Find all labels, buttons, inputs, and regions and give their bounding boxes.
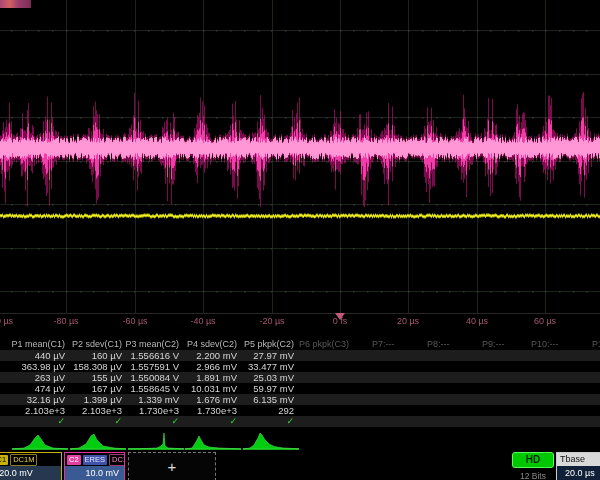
param-header-inactive[interactable]: P9:--- xyxy=(482,339,505,350)
add-trace-button[interactable]: + xyxy=(128,452,216,480)
measurement-histicon xyxy=(128,429,185,452)
time-axis-label: 20 µs xyxy=(397,316,419,326)
timebase-title: Tbase xyxy=(557,453,600,466)
param-value: 1.730e+3 xyxy=(125,405,182,416)
measurement-histicon xyxy=(70,429,127,452)
param-value: 1.730e+3 xyxy=(182,405,240,416)
param-stat-row: 474 µV167 µV1.558645 V10.031 mV59.97 mV xyxy=(0,383,600,394)
param-value: 167 µV xyxy=(68,383,125,394)
param-value: 155 µV xyxy=(68,372,125,383)
param-status-row: ✓✓✓✓✓ xyxy=(0,416,600,427)
param-value: 263 µV xyxy=(0,372,68,383)
param-value: 1.550084 V xyxy=(125,372,182,383)
time-axis-label: 40 µs xyxy=(466,316,488,326)
param-value: 158.308 µV xyxy=(68,361,125,372)
time-axis-label: -40 µs xyxy=(190,316,215,326)
plus-icon: + xyxy=(168,458,177,475)
status-ok-icon: ✓ xyxy=(182,416,240,427)
param-value: 2.103e+3 xyxy=(0,405,68,416)
measurement-table: P1 mean(C1)P2 sdev(C1)P3 mean(C2)P4 sdev… xyxy=(0,339,600,427)
waveform-canvas[interactable] xyxy=(0,0,600,334)
c1-coupling-badge: DC1M xyxy=(10,454,37,466)
status-ok-icon: ✓ xyxy=(240,416,297,427)
param-value: 2.200 mV xyxy=(182,350,240,361)
hd-badge: HD xyxy=(512,452,554,468)
param-value: 1.557591 V xyxy=(125,361,182,372)
param-header-inactive[interactable]: P7:--- xyxy=(372,339,395,350)
measurement-histicon xyxy=(243,429,300,452)
param-value: 1.891 mV xyxy=(182,372,240,383)
param-value: 32.16 µV xyxy=(0,394,68,405)
param-header[interactable]: P5 pkpk(C2) xyxy=(240,339,297,350)
param-stat-row: 440 µV160 µV1.556616 V2.200 mV27.97 mV xyxy=(0,350,600,361)
c2-eres-badge: ERES xyxy=(83,455,107,465)
param-value: 2.103e+3 xyxy=(68,405,125,416)
status-ok-icon: ✓ xyxy=(68,416,125,427)
param-value: 25.03 mV xyxy=(240,372,297,383)
param-value: 292 xyxy=(240,405,297,416)
param-header-inactive[interactable]: P6 pkpk(C3) xyxy=(299,339,349,350)
param-value: 2.966 mV xyxy=(182,361,240,372)
param-header-inactive[interactable]: P10:--- xyxy=(531,339,559,350)
param-value: 10.031 mV xyxy=(182,383,240,394)
param-stat-row: 32.16 µV1.399 µV1.339 mV1.676 mV6.135 mV xyxy=(0,394,600,405)
oscilloscope-screen: -100 µs-80 µs-60 µs-40 µs-20 µs0 fs20 µs… xyxy=(0,0,600,480)
param-stat-row: 2.103e+32.103e+31.730e+31.730e+3292 xyxy=(0,405,600,416)
trigger-position-marker[interactable] xyxy=(335,313,345,320)
param-value: 6.135 mV xyxy=(240,394,297,405)
timebase-per-div: 20.0 µs xyxy=(557,466,600,480)
param-value: 160 µV xyxy=(68,350,125,361)
c1-volts-per-div: 20.0 mV xyxy=(0,466,61,480)
time-axis-label: 60 µs xyxy=(534,316,556,326)
hd-mode-indicator[interactable]: HD 12 Bits xyxy=(512,452,554,480)
param-value: 474 µV xyxy=(0,383,68,394)
param-value: 1.339 mV xyxy=(125,394,182,405)
param-value: 33.477 mV xyxy=(240,361,297,372)
param-value: 59.97 mV xyxy=(240,383,297,394)
param-value: 1.556616 V xyxy=(125,350,182,361)
measurement-histicon xyxy=(185,429,242,452)
status-ok-icon: ✓ xyxy=(125,416,182,427)
time-axis-label: -60 µs xyxy=(122,316,147,326)
time-axis-label: -20 µs xyxy=(259,316,284,326)
param-value: 27.97 mV xyxy=(240,350,297,361)
param-value: 1.558645 V xyxy=(125,383,182,394)
bottom-toolbar: C1 DC1M 20.0 mV C2 ERES DC1M 10.0 mV + H… xyxy=(0,452,600,480)
param-value: 440 µV xyxy=(0,350,68,361)
c2-channel-badge: C2 xyxy=(67,455,81,465)
param-header-inactive[interactable]: P11:--- xyxy=(592,339,600,350)
param-value: 363.98 µV xyxy=(0,361,68,372)
hd-bits-label: 12 Bits xyxy=(512,471,554,480)
param-header[interactable]: P3 mean(C2) xyxy=(125,339,182,350)
param-stat-row: 363.98 µV158.308 µV1.557591 V2.966 mV33.… xyxy=(0,361,600,372)
channel-c2-descriptor[interactable]: C2 ERES DC1M 10.0 mV xyxy=(64,452,125,480)
time-axis-label: -80 µs xyxy=(53,316,78,326)
measurement-histicon xyxy=(12,429,69,452)
param-header-inactive[interactable]: P8:--- xyxy=(427,339,450,350)
param-value: 1.399 µV xyxy=(68,394,125,405)
param-value: 1.676 mV xyxy=(182,394,240,405)
c1-channel-badge: C1 xyxy=(0,455,8,465)
channel-c1-descriptor[interactable]: C1 DC1M 20.0 mV xyxy=(0,452,62,480)
param-header[interactable]: P1 mean(C1) xyxy=(0,339,68,350)
c2-volts-per-div: 10.0 mV xyxy=(65,466,124,480)
c2-coupling-badge: DC1M xyxy=(109,454,124,466)
waveform-area[interactable]: -100 µs-80 µs-60 µs-40 µs-20 µs0 fs20 µs… xyxy=(0,0,600,334)
time-axis-label: -100 µs xyxy=(0,316,13,326)
param-header[interactable]: P4 sdev(C2) xyxy=(182,339,240,350)
timebase-descriptor[interactable]: Tbase 20.0 µs xyxy=(556,452,600,480)
param-header[interactable]: P2 sdev(C1) xyxy=(68,339,125,350)
cropped-overlay-artifact xyxy=(0,0,31,8)
histicon-row xyxy=(0,429,600,452)
status-ok-icon: ✓ xyxy=(0,416,68,427)
param-stat-row: 263 µV155 µV1.550084 V1.891 mV25.03 mV xyxy=(0,372,600,383)
